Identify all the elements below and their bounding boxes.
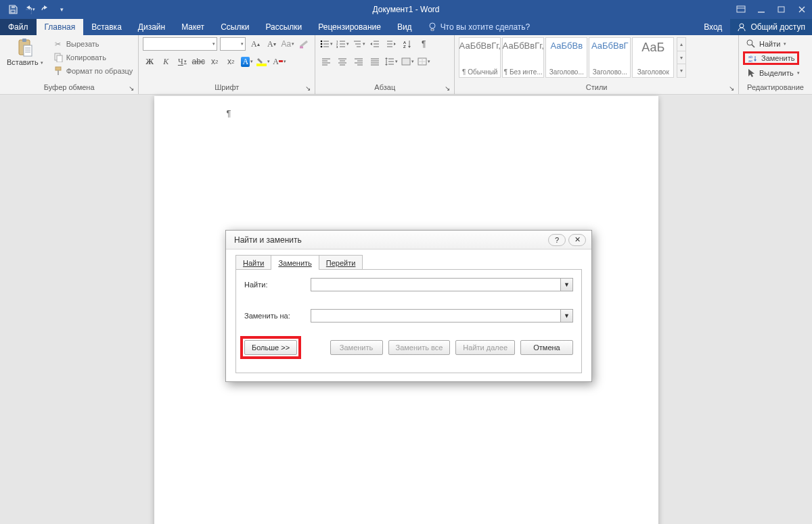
line-spacing-icon[interactable]: ▾ bbox=[384, 55, 398, 68]
find-button[interactable]: Найти ▾ bbox=[743, 37, 789, 50]
find-input-combo[interactable]: ▼ bbox=[311, 278, 573, 291]
tab-review[interactable]: Рецензирование bbox=[310, 19, 389, 35]
clear-format-icon[interactable] bbox=[297, 37, 311, 51]
style-nospacing[interactable]: АаБбВвГг,¶ Без инте... bbox=[502, 37, 544, 78]
tab-insert[interactable]: Вставка bbox=[83, 19, 130, 35]
style-title[interactable]: АаБЗаголовок bbox=[632, 37, 674, 78]
italic-icon[interactable]: К bbox=[159, 55, 173, 68]
svg-rect-8 bbox=[24, 45, 32, 56]
replace-button[interactable]: abac Заменить bbox=[743, 51, 799, 65]
copy-button[interactable]: Копировать bbox=[51, 51, 135, 64]
tell-me-search[interactable]: Что вы хотите сделать? bbox=[420, 19, 539, 35]
superscript-icon[interactable]: x2 bbox=[224, 55, 238, 68]
font-color-icon[interactable]: A▾ bbox=[273, 55, 286, 68]
signin-link[interactable]: Вход bbox=[696, 19, 730, 35]
numbering-icon[interactable]: 123▾ bbox=[336, 37, 349, 51]
styles-launcher-icon[interactable]: ↘ bbox=[729, 85, 734, 92]
justify-icon[interactable] bbox=[368, 55, 382, 68]
tab-design[interactable]: Дизайн bbox=[130, 19, 173, 35]
find-next-button[interactable]: Найти далее bbox=[455, 340, 515, 355]
maximize-icon[interactable] bbox=[771, 0, 792, 19]
font-family-combo[interactable]: ▾ bbox=[143, 37, 217, 51]
gallery-up-icon[interactable]: ▴ bbox=[677, 38, 685, 51]
bold-icon[interactable]: Ж bbox=[143, 55, 156, 68]
tab-home[interactable]: Главная bbox=[37, 19, 84, 35]
find-history-dropdown-icon[interactable]: ▼ bbox=[560, 279, 572, 291]
format-painter-button[interactable]: Формат по образцу bbox=[51, 64, 135, 78]
align-right-icon[interactable] bbox=[352, 55, 365, 68]
para-launcher-icon[interactable]: ↘ bbox=[445, 85, 450, 92]
indent-icon[interactable] bbox=[384, 37, 398, 51]
shading-icon[interactable]: ▾ bbox=[401, 55, 414, 68]
tab-file[interactable]: Файл bbox=[0, 19, 37, 35]
style-heading1[interactable]: АаБбВвЗаголово... bbox=[545, 37, 587, 78]
style-normal[interactable]: АаБбВвГг,¶ Обычный bbox=[459, 37, 501, 78]
change-case-icon[interactable]: Aa▾ bbox=[281, 37, 294, 51]
dialog-titlebar[interactable]: Найти и заменить ? ✕ bbox=[226, 231, 591, 249]
paste-button[interactable]: Вставить▾ bbox=[4, 37, 46, 68]
ribbon-display-icon[interactable] bbox=[731, 0, 751, 19]
select-button[interactable]: Выделить ▾ bbox=[743, 66, 803, 79]
subscript-icon[interactable]: x2 bbox=[208, 55, 221, 68]
font-size-combo[interactable]: ▾ bbox=[220, 37, 246, 51]
shrink-font-icon[interactable]: A▾ bbox=[265, 37, 278, 51]
font-launcher-icon[interactable]: ↘ bbox=[305, 85, 311, 92]
underline-icon[interactable]: Ч▾ bbox=[175, 55, 189, 68]
style-gallery-scroll[interactable]: ▴▾▾ bbox=[677, 37, 686, 78]
tab-mailings[interactable]: Рассылки bbox=[257, 19, 310, 35]
replace-one-button[interactable]: Заменить bbox=[330, 340, 383, 355]
redo-icon[interactable] bbox=[39, 3, 51, 16]
clipboard-launcher-icon[interactable]: ↘ bbox=[129, 85, 134, 92]
gallery-more-icon[interactable]: ▾ bbox=[677, 64, 685, 77]
save-icon[interactable] bbox=[7, 3, 19, 16]
group-label-clipboard: Буфер обмена bbox=[44, 83, 95, 91]
bullets-icon[interactable]: ▾ bbox=[319, 37, 333, 51]
more-button-highlight: Больше >> bbox=[240, 336, 301, 359]
strike-icon[interactable]: abc bbox=[191, 55, 205, 68]
align-left-icon[interactable] bbox=[319, 55, 333, 68]
more-button[interactable]: Больше >> bbox=[244, 340, 297, 355]
scissors-icon: ✂ bbox=[53, 39, 64, 49]
multilevel-icon[interactable]: ▾ bbox=[352, 37, 365, 51]
svg-text:Z: Z bbox=[403, 45, 406, 48]
share-button[interactable]: Общий доступ bbox=[730, 19, 812, 35]
lightbulb-icon bbox=[428, 22, 436, 32]
grow-font-icon[interactable]: A▴ bbox=[248, 37, 262, 51]
borders-icon[interactable]: ▾ bbox=[417, 55, 430, 68]
replace-input[interactable] bbox=[311, 310, 560, 322]
svg-rect-22 bbox=[402, 58, 410, 65]
highlight-icon[interactable]: ▾ bbox=[256, 55, 270, 68]
title-bar: ▾ ▾ Документ1 - Word bbox=[0, 0, 812, 19]
dialog-help-icon[interactable]: ? bbox=[548, 234, 566, 246]
align-center-icon[interactable] bbox=[336, 55, 349, 68]
tab-references[interactable]: Ссылки bbox=[212, 19, 257, 35]
dialog-tab-find[interactable]: Найти bbox=[235, 255, 271, 270]
dialog-close-icon[interactable]: ✕ bbox=[568, 234, 586, 246]
paste-icon bbox=[16, 39, 35, 57]
close-icon[interactable] bbox=[792, 0, 812, 19]
tab-view[interactable]: Вид bbox=[389, 19, 420, 35]
dialog-tab-replace[interactable]: Заменить bbox=[271, 255, 319, 270]
cancel-button[interactable]: Отмена bbox=[520, 340, 573, 355]
minimize-icon[interactable] bbox=[751, 0, 771, 19]
qat-customize-icon[interactable]: ▾ bbox=[55, 3, 68, 16]
text-effects-icon[interactable]: A▾ bbox=[240, 55, 254, 68]
window-controls bbox=[731, 0, 812, 19]
paragraph-mark-icon: ¶ bbox=[227, 108, 231, 118]
svg-rect-2 bbox=[737, 6, 745, 12]
undo-icon[interactable]: ▾ bbox=[23, 3, 35, 16]
find-input[interactable] bbox=[311, 279, 560, 291]
show-marks-icon[interactable]: ¶ bbox=[417, 37, 430, 51]
tab-layout[interactable]: Макет bbox=[173, 19, 212, 35]
sort-icon[interactable]: AZ bbox=[401, 37, 414, 51]
replace-input-combo[interactable]: ▼ bbox=[311, 309, 573, 323]
replace-all-button[interactable]: Заменить все bbox=[388, 340, 451, 355]
cut-button[interactable]: ✂Вырезать bbox=[51, 37, 135, 51]
style-heading2[interactable]: АаБбВвГЗаголово... bbox=[589, 37, 631, 78]
outdent-icon[interactable] bbox=[368, 37, 382, 51]
dialog-tab-goto[interactable]: Перейти bbox=[319, 255, 363, 270]
style-gallery[interactable]: АаБбВвГг,¶ Обычный АаБбВвГг,¶ Без инте..… bbox=[459, 37, 686, 78]
search-icon bbox=[746, 39, 757, 49]
replace-history-dropdown-icon[interactable]: ▼ bbox=[560, 310, 572, 322]
gallery-down-icon[interactable]: ▾ bbox=[677, 51, 685, 65]
